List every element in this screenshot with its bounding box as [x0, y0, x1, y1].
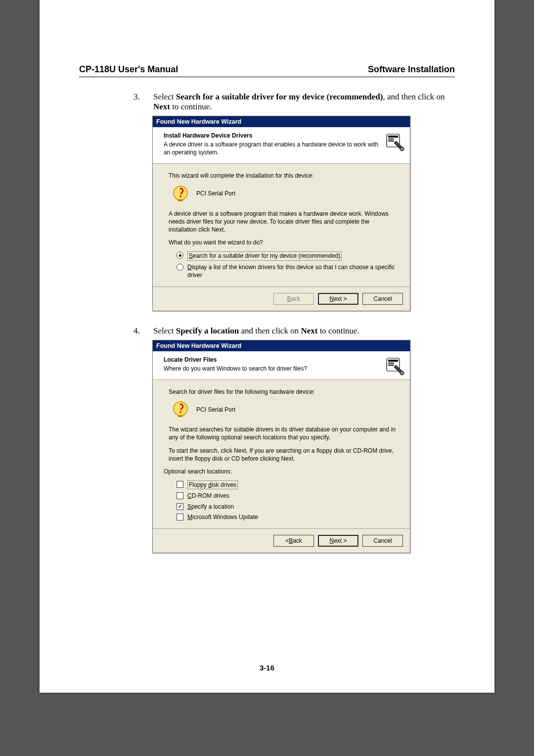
check-label: Floppy disk drives: [187, 480, 238, 489]
s4-after: to continue.: [317, 326, 359, 335]
cancel-button[interactable]: Cancel: [362, 535, 403, 547]
s3-bold1: Search for a suitable driver for my devi…: [176, 92, 383, 101]
radio-label: Search for a suitable driver for my devi…: [187, 251, 342, 260]
check-specify-location[interactable]: Specify a location: [177, 503, 399, 511]
c3u: S: [187, 503, 191, 510]
s3-bold2: Next: [153, 102, 170, 111]
checkbox-unchecked-icon: [177, 481, 183, 488]
radio-selected-icon: [177, 252, 183, 259]
step-text-4: Select Specify a location and then click…: [153, 326, 359, 336]
s4-bold2: Next: [301, 326, 317, 335]
optional-locations-label: Optional search locations:: [164, 468, 399, 475]
header-right: Software Installation: [368, 64, 455, 75]
s4-bold1: Specify a location: [176, 326, 239, 335]
wizard-icon: [385, 355, 405, 376]
check-label: Specify a location: [187, 503, 234, 511]
s3-after: to continue.: [170, 102, 212, 111]
cancel-button[interactable]: Cancel: [362, 293, 403, 305]
page-header: CP-118U User's Manual Software Installat…: [79, 64, 455, 77]
step-3: 3. Select Search for a suitable driver f…: [134, 92, 455, 112]
checkbox-unchecked-icon: [177, 492, 183, 499]
svg-rect-3: [388, 141, 394, 142]
c2u: C: [187, 492, 192, 499]
svg-rect-7: [178, 199, 183, 201]
radio-unselected-icon: [177, 264, 183, 271]
dialog-install-drivers: Found New Hardware Wizard Install Hardwa…: [152, 116, 410, 311]
dialog-button-bar-2: < Back Next > Cancel: [153, 528, 410, 553]
next-button[interactable]: Next >: [318, 293, 358, 305]
check-windows-update[interactable]: Microsoft Windows Update: [177, 513, 399, 521]
svg-rect-10: [388, 363, 394, 364]
svg-point-12: [400, 371, 404, 375]
check-label: CD-ROM drives: [187, 492, 229, 500]
dialog-header-2: Locate Driver Files Where do you want Wi…: [153, 351, 410, 380]
titlebar: Found New Hardware Wizard: [153, 116, 410, 127]
wizard-text-3: What do you want the wizard to do?: [169, 238, 399, 246]
dialog-body: This wizard will complete the installati…: [153, 164, 410, 286]
step-num-4: 4.: [134, 326, 142, 336]
s4-pre: Select: [153, 326, 176, 335]
c4post: icrosoft Windows Update: [192, 514, 258, 520]
dialog-header: Install Hardware Device Drivers A device…: [153, 127, 410, 164]
dialog-subtitle-2: Where do you want Windows to search for …: [164, 365, 380, 373]
back-button[interactable]: < Back: [273, 535, 314, 547]
check-label: Microsoft Windows Update: [187, 513, 258, 521]
step-text-3: Select Search for a suitable driver for …: [153, 92, 455, 112]
device-name-2: PCI Serial Port: [196, 406, 235, 414]
locate-text-2: The wizard searches for suitable drivers…: [169, 425, 399, 441]
c4u: M: [187, 514, 192, 520]
s3-pre: Select: [153, 92, 176, 101]
check-cdrom[interactable]: CD-ROM drives: [177, 492, 399, 500]
document-page: CP-118U User's Manual Software Installat…: [40, 0, 494, 693]
c2post: D-ROM drives: [192, 492, 229, 499]
svg-rect-9: [388, 360, 398, 362]
titlebar-2: Found New Hardware Wizard: [153, 340, 410, 351]
dialog-button-bar: Back Next > Cancel: [153, 286, 410, 311]
wizard-text-2: A device driver is a software program th…: [169, 210, 399, 234]
svg-point-14: [179, 411, 181, 413]
check-floppy[interactable]: Floppy disk drives: [177, 480, 399, 489]
svg-point-6: [179, 195, 181, 197]
device-row-2: PCI Serial Port: [172, 401, 399, 419]
dialog-locate-driver-files: Found New Hardware Wizard Locate Driver …: [152, 340, 410, 553]
c1post: isk drives: [212, 481, 236, 488]
dialog-title-2: Locate Driver Files: [164, 356, 380, 363]
radio-label-2: Display a list of the known drivers for …: [187, 263, 399, 279]
c3post: pecify a location: [191, 503, 234, 510]
dialog-title: Install Hardware Device Drivers: [164, 132, 380, 139]
radioB-ul: D: [187, 264, 192, 271]
svg-point-4: [400, 147, 404, 151]
radioB-rest: isplay a list of the known drivers for t…: [187, 264, 395, 279]
back-button: Back: [273, 293, 314, 305]
device-row: PCI Serial Port: [172, 185, 399, 203]
c1pre: Floppy: [189, 481, 208, 488]
s4-mid: and then click on: [239, 326, 301, 335]
svg-rect-11: [388, 365, 394, 366]
wizard-icon: [385, 131, 405, 152]
radioA-ul: S: [189, 252, 193, 259]
next-button[interactable]: Next >: [318, 535, 358, 547]
radio-display-list[interactable]: Display a list of the known drivers for …: [177, 263, 399, 279]
question-icon: [172, 185, 189, 203]
header-left: CP-118U User's Manual: [79, 64, 178, 75]
checkbox-checked-icon: [177, 503, 183, 510]
locate-text-3: To start the search, click Next. If you …: [169, 447, 399, 463]
svg-rect-1: [388, 136, 398, 138]
step-num-3: 3.: [134, 92, 142, 112]
page-number: 3-16: [40, 663, 494, 672]
svg-rect-2: [388, 139, 394, 140]
svg-rect-15: [178, 415, 183, 417]
radio-search-driver[interactable]: Search for a suitable driver for my devi…: [177, 251, 399, 260]
step-4: 4. Select Specify a location and then cl…: [134, 326, 455, 336]
radioA-rest: earch for a suitable driver for my devic…: [193, 252, 340, 259]
dialog-subtitle: A device driver is a software program th…: [164, 141, 380, 156]
s3-mid: , and then click on: [383, 92, 445, 101]
checkbox-unchecked-icon: [177, 514, 183, 520]
wizard-text-1: This wizard will complete the installati…: [169, 172, 399, 180]
dialog-body-2: Search for driver files for the followin…: [153, 380, 410, 528]
device-name: PCI Serial Port: [196, 189, 235, 197]
locate-text-1: Search for driver files for the followin…: [169, 388, 399, 396]
question-icon: [172, 401, 189, 419]
